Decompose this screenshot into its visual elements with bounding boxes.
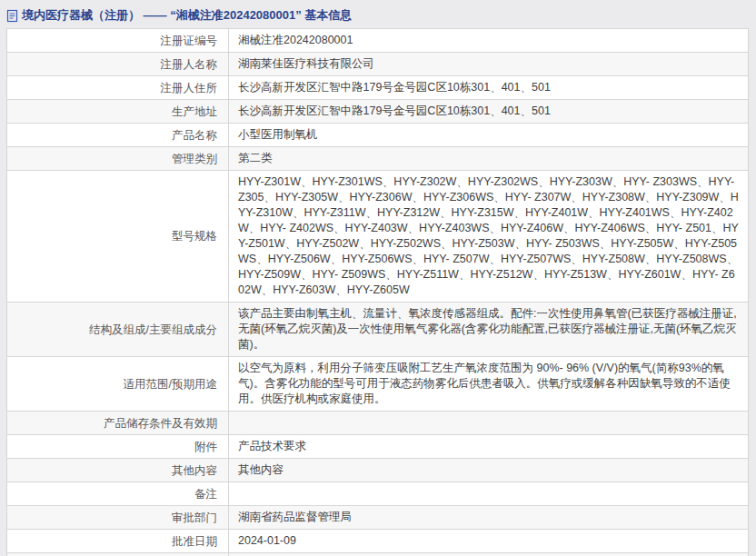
page: 境内医疗器械（注册） —— “湘械注准20242080001” 基本信息 注册证… (0, 0, 756, 556)
row-value: 湖南莱佳医疗科技有限公司 (229, 53, 749, 76)
row-value: 产品技术要求 (229, 435, 749, 459)
row-label: 批准日期 (7, 530, 229, 553)
row-value: 长沙高新开发区汇智中路179号金号园C区10栋301、401、501 (229, 100, 749, 124)
row-value: HYY-Z301W、HYY-Z301WS、HYY-Z302W、HYY-Z302W… (229, 171, 749, 303)
row-value: 湖南省药品监督管理局 (229, 506, 749, 530)
registration-info-table: 注册证编号湘械注准20242080001注册人名称湖南莱佳医疗科技有限公司注册人… (6, 28, 749, 556)
page-title: 境内医疗器械（注册） —— “湘械注准20242080001” 基本信息 (6, 5, 749, 25)
row-value (229, 412, 749, 435)
row-label: 生效日期 (7, 553, 229, 556)
row-value: 长沙高新开发区汇智中路179号金号园C区10栋301、401、501 (229, 76, 749, 100)
row-value: 第二类 (229, 147, 749, 171)
row-label: 管理类别 (7, 147, 229, 171)
row-value: 2024-01-09 (229, 530, 749, 553)
table-row: 注册人住所长沙高新开发区汇智中路179号金号园C区10栋301、401、501 (7, 76, 749, 100)
row-value: 湘械注准20242080001 (229, 29, 749, 53)
row-label: 注册证编号 (7, 29, 229, 53)
table-row: 结构及组成/主要组成成分该产品主要由制氧主机、流量计、氧浓度传感器组成。配件:一… (7, 303, 749, 357)
row-label: 其他内容 (7, 459, 229, 482)
row-label: 产品名称 (7, 124, 229, 147)
table-row: 生效日期2024-01-09 (7, 553, 749, 556)
table-row: 产品储存条件及有效期 (7, 412, 749, 435)
row-value: 该产品主要由制氧主机、流量计、氧浓度传感器组成。配件:一次性使用鼻氧管(已获医疗… (229, 303, 749, 357)
row-label: 审批部门 (7, 506, 229, 530)
row-label: 结构及组成/主要组成成分 (7, 303, 229, 357)
table-row: 注册证编号湘械注准20242080001 (7, 29, 749, 53)
row-label: 备注 (7, 482, 229, 506)
table-row: 附件产品技术要求 (7, 435, 749, 459)
page-title-text: 境内医疗器械（注册） —— “湘械注准20242080001” 基本信息 (22, 7, 352, 24)
row-label: 注册人住所 (7, 76, 229, 100)
table-row: 管理类别第二类 (7, 147, 749, 171)
table-row: 注册人名称湖南莱佳医疗科技有限公司 (7, 53, 749, 76)
row-label: 注册人名称 (7, 53, 229, 76)
row-value: 小型医用制氧机 (229, 124, 749, 147)
row-value: 以空气为原料，利用分子筛变压吸附工艺生产氧浓度范围为 90%- 96% (V/V… (229, 357, 749, 412)
document-icon (6, 9, 18, 23)
table-row: 批准日期2024-01-09 (7, 530, 749, 553)
table-row: 审批部门湖南省药品监督管理局 (7, 506, 749, 530)
row-label: 适用范围/预期用途 (7, 357, 229, 412)
row-value: 2024-01-09 (229, 553, 749, 556)
table-row: 备注 (7, 482, 749, 506)
row-value: 其他内容 (229, 459, 749, 482)
table-row: 其他内容其他内容 (7, 459, 749, 482)
table-row: 产品名称小型医用制氧机 (7, 124, 749, 147)
row-value (229, 482, 749, 506)
row-label: 附件 (7, 435, 229, 459)
row-label: 产品储存条件及有效期 (7, 412, 229, 435)
row-label: 生产地址 (7, 100, 229, 124)
row-label: 型号规格 (7, 171, 229, 303)
table-row: 型号规格HYY-Z301W、HYY-Z301WS、HYY-Z302W、HYY-Z… (7, 171, 749, 303)
table-row: 适用范围/预期用途以空气为原料，利用分子筛变压吸附工艺生产氧浓度范围为 90%-… (7, 357, 749, 412)
table-row: 生产地址长沙高新开发区汇智中路179号金号园C区10栋301、401、501 (7, 100, 749, 124)
